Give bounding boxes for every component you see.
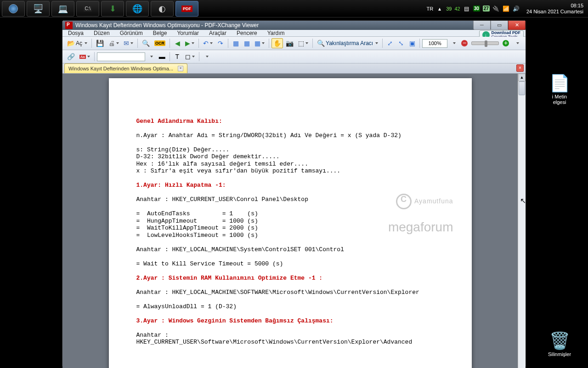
menu-help[interactable]: Yardım <box>267 30 285 36</box>
more-tools[interactable] <box>202 52 212 62</box>
fit-width-button[interactable]: ⤢ <box>385 38 395 48</box>
toolbar-main: 📂Aç 💾 🖨 ✉ 🔍 OCR ◀ ▶ ↶ ↷ ▦ ▦ ▦ ✋ 📷 ⬚ 🔍Yak… <box>62 37 526 50</box>
close-all-tabs-button[interactable]: × <box>516 64 524 72</box>
menu-edit[interactable]: Düzen <box>94 30 110 36</box>
download-icon: ⬇ <box>109 4 116 14</box>
tab-close-button[interactable]: × <box>178 66 183 71</box>
layout-facing-button[interactable]: ▦ <box>253 38 266 48</box>
find-button[interactable]: 🔍 <box>140 38 152 48</box>
annot-color-input[interactable] <box>97 52 145 61</box>
rotate-cw-button[interactable]: ↷ <box>215 38 226 48</box>
highlight-tool[interactable]: ▬ <box>157 52 167 62</box>
actual-size-button[interactable]: ▣ <box>407 38 417 48</box>
hand-icon: ✋ <box>273 40 281 47</box>
email-button[interactable]: ✉ <box>122 38 135 48</box>
doc-heading-2: 1.Ayar: Hızlı Kapatma -1: <box>136 182 226 189</box>
print-button[interactable]: 🖨 <box>107 38 121 48</box>
stamp-icon: Aa <box>79 55 86 59</box>
tray-chart-icon[interactable]: ▤ <box>463 5 470 12</box>
taskbar-app-pdfxchange[interactable]: PDF <box>175 1 198 17</box>
minimize-button[interactable]: ─ <box>473 21 491 30</box>
toolbar-secondary: 🔗 Aa ▬ T ◻ <box>62 50 526 63</box>
zoom-in-button[interactable]: + <box>501 38 511 48</box>
taskbar-app-4[interactable]: ⬇ <box>101 1 124 17</box>
menubar: Dosya Düzen Görünüm Belge Yorumlar Araçl… <box>62 30 526 37</box>
zoom-input[interactable]: 100% <box>422 39 447 48</box>
textfile-icon: 📄 <box>541 74 578 93</box>
shape-tool[interactable]: ◻ <box>183 52 197 62</box>
watermark: Ayamutfuna megaforum <box>388 179 453 245</box>
stamp-tool[interactable]: Aa <box>78 52 92 62</box>
menu-comments[interactable]: Yorumlar <box>177 30 199 36</box>
magnifier-icon: 🔍 <box>317 40 325 47</box>
tab-label: Windows Kayıt Defterinden Windows Optima… <box>68 66 173 71</box>
link-tool[interactable]: 🔗 <box>65 52 77 62</box>
taskbar-app-1[interactable]: 🖥️ <box>27 1 50 17</box>
doc-text: n.Ayar : Anahtar Adı = String/DWORD(32bi… <box>136 132 401 139</box>
taskbar-app-2[interactable]: 💻 <box>51 1 74 17</box>
doc-text: Anahtar : HKEY_CURRENT_USER\Software\Mic… <box>136 332 413 346</box>
zoom-out-button[interactable]: − <box>459 38 469 48</box>
document-tab[interactable]: Windows Kayıt Defterinden Windows Optima… <box>64 63 187 73</box>
annot-color-dropdown[interactable] <box>146 52 156 62</box>
text-tool[interactable]: T <box>172 52 182 62</box>
titlebar[interactable]: Windows Kayıt Defterinden Windows Optima… <box>62 21 526 30</box>
scroll-up-button[interactable]: ▲ <box>518 74 526 81</box>
save-button[interactable]: 💾 <box>94 38 106 48</box>
taskbar-app-3[interactable]: C:\ <box>76 1 99 17</box>
maximize-button[interactable]: ▭ <box>491 21 508 30</box>
layout-single-button[interactable]: ▦ <box>231 38 241 48</box>
moon-icon: ◐ <box>158 4 166 14</box>
page-viewport[interactable]: Genel Adlandırma Kalıbı: n.Ayar : Anahta… <box>62 74 518 368</box>
taskbar-app-6[interactable]: ◐ <box>151 1 174 17</box>
camera-icon: 📷 <box>286 40 294 47</box>
doc-heading-1: Genel Adlandırma Kalıbı: <box>136 118 222 125</box>
pdfxchange-window: Windows Kayıt Defterinden Windows Optima… <box>62 20 526 366</box>
forward-button[interactable]: ▶ <box>183 38 196 48</box>
scroll-track[interactable] <box>518 81 526 368</box>
zoom-tool-button[interactable]: 🔍Yakınlaştırma Aracı <box>315 38 380 48</box>
zoom-more[interactable] <box>512 38 522 48</box>
tray-caret-icon[interactable]: ▴ <box>436 5 443 12</box>
shape-icon: ◻ <box>185 53 191 60</box>
tray-stat-1: 39 <box>446 6 452 12</box>
power-icon[interactable]: 🔌 <box>492 5 500 12</box>
open-button[interactable]: 📂Aç <box>65 38 89 48</box>
back-button[interactable]: ◀ <box>172 38 182 48</box>
zoom-dropdown[interactable] <box>448 38 458 48</box>
start-button[interactable] <box>2 1 25 17</box>
close-button[interactable]: ✕ <box>508 21 526 30</box>
language-indicator[interactable]: TR <box>426 6 433 12</box>
minus-icon: − <box>461 40 468 46</box>
doc-text: Anahtar : HKEY_LOCAL_MACHINE\System\Cont… <box>136 246 344 253</box>
fit-page-button[interactable]: ⤡ <box>396 38 406 48</box>
recyclebin-icon: 🗑️ <box>541 331 578 351</box>
menu-document[interactable]: Belge <box>153 30 167 36</box>
monitor-icon: 🖥️ <box>33 4 43 14</box>
volume-icon[interactable]: 🔊 <box>513 5 520 12</box>
network-icon[interactable]: 📶 <box>503 5 510 12</box>
doc-text: Anahtar : HKEY_LOCAL_MACHINE\SOFTWARE\Mi… <box>136 289 419 296</box>
menu-window[interactable]: Pencere <box>237 30 257 36</box>
select-tool[interactable]: ⬚ <box>296 38 310 48</box>
desktop-icon-recyclebin[interactable]: 🗑️ Silinmişler <box>541 331 578 357</box>
snapshot-tool[interactable]: 📷 <box>284 38 295 48</box>
menu-view[interactable]: Görünüm <box>120 30 143 36</box>
system-clock[interactable]: 08:15 24 Nisan 2021 Cumartesi <box>523 3 583 15</box>
scroll-thumb[interactable] <box>519 81 525 95</box>
desktop-icon-textfile[interactable]: 📄 i Metin elgesi <box>541 74 578 105</box>
document-area: Genel Adlandırma Kalıbı: n.Ayar : Anahta… <box>62 74 526 368</box>
doc-text: = Wait to Kill Service Timeout = 5000 (s… <box>136 260 283 267</box>
doc-heading-4: 3.Ayar : Windows Gezginin Sistemden Bağı… <box>136 317 334 324</box>
terminal-icon: C:\ <box>84 6 92 12</box>
rotate-ccw-button[interactable]: ↶ <box>201 38 215 48</box>
menu-tools[interactable]: Araçlar <box>209 30 226 36</box>
vertical-scrollbar[interactable]: ▲ ▼ <box>518 74 526 368</box>
zoom-slider[interactable] <box>471 41 499 45</box>
layout-cont-button[interactable]: ▦ <box>242 38 252 48</box>
tray-box-2: 27 <box>483 6 490 12</box>
taskbar-app-5[interactable]: 🌐 <box>126 1 149 17</box>
hand-tool[interactable]: ✋ <box>271 38 283 48</box>
ocr-button[interactable]: OCR <box>153 38 167 48</box>
menu-file[interactable]: Dosya <box>68 30 84 36</box>
